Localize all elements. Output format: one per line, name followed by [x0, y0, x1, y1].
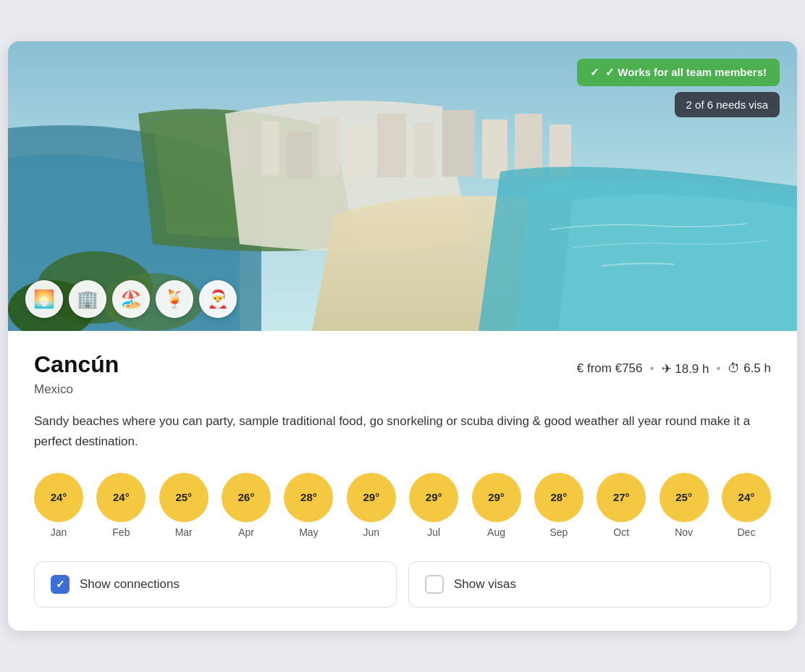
temp-bubble: 24°	[722, 473, 771, 522]
show-connections-checkbox[interactable]	[51, 575, 69, 594]
checkmark-icon: ✓	[590, 66, 599, 79]
checkboxes-row: Show connections Show visas	[34, 561, 771, 608]
temp-bubble: 24°	[96, 473, 146, 522]
month-label: May	[299, 526, 318, 538]
category-icon-beach: 🏖️	[112, 280, 150, 318]
category-icon-cocktail: 🍹	[156, 280, 193, 318]
svg-rect-6	[377, 114, 406, 177]
month-label: Nov	[675, 526, 693, 538]
destination-card: ✓ ✓ Works for all team members! 2 of 6 n…	[8, 41, 797, 630]
temp-bubble: 24°	[34, 473, 83, 522]
weather-row: 24° Jan 24° Feb 25° Mar 26° Apr 28° May …	[34, 473, 771, 538]
temp-bubble: 27°	[597, 473, 646, 522]
month-label: Feb	[112, 526, 130, 538]
separator-1: •	[650, 361, 654, 376]
weather-item: 27° Oct	[597, 473, 646, 538]
weather-item: 24° Feb	[96, 473, 146, 538]
svg-rect-1	[232, 128, 254, 172]
category-icon-sunrise: 🌅	[25, 280, 63, 318]
temp-bubble: 25°	[659, 473, 709, 522]
flight-info: ✈ 18.9 h	[662, 361, 709, 377]
price-info: € from €756	[577, 361, 643, 376]
meta-info: € from €756 • ✈ 18.9 h • ⏱ 6.5 h	[577, 361, 771, 377]
month-label: Sep	[549, 526, 568, 538]
temp-bubble: 26°	[222, 473, 271, 522]
temp-bubble: 25°	[159, 473, 208, 522]
temp-bubble: 28°	[534, 473, 583, 522]
time-info: ⏱ 6.5 h	[728, 361, 771, 376]
weather-item: 29° Jun	[347, 473, 396, 538]
month-label: Oct	[613, 526, 629, 538]
month-label: Mar	[175, 526, 193, 538]
works-badge: ✓ ✓ Works for all team members!	[577, 59, 780, 86]
city-name: Cancún	[34, 351, 119, 378]
svg-rect-2	[261, 121, 279, 175]
separator-2: •	[717, 361, 721, 376]
month-label: Apr	[238, 526, 254, 538]
hero-image: ✓ ✓ Works for all team members! 2 of 6 n…	[8, 41, 797, 331]
month-label: Jul	[427, 526, 440, 538]
weather-item: 29° Aug	[472, 473, 521, 538]
weather-item: 26° Apr	[222, 473, 271, 538]
category-icon-hotel: 🏢	[69, 280, 106, 318]
weather-item: 29° Jul	[409, 473, 458, 538]
show-visas-checkbox[interactable]	[425, 575, 444, 594]
weather-item: 25° Mar	[159, 473, 208, 538]
weather-item: 28° May	[284, 473, 333, 538]
temp-bubble: 29°	[472, 473, 521, 522]
category-icons: 🌅 🏢 🏖️ 🍹 🎅	[25, 280, 237, 318]
description-text: Sandy beaches where you can party, sampl…	[34, 411, 771, 450]
title-row: Cancún € from €756 • ✈ 18.9 h • ⏱ 6.5 h	[34, 351, 771, 378]
show-connections-card[interactable]: Show connections	[34, 561, 397, 608]
month-label: Aug	[487, 526, 505, 538]
category-icon-fun: 🎅	[199, 280, 237, 318]
weather-item: 28° Sep	[534, 473, 583, 538]
month-label: Jan	[51, 526, 67, 538]
svg-rect-4	[319, 117, 340, 175]
svg-rect-5	[347, 127, 370, 177]
svg-rect-3	[287, 132, 312, 179]
weather-item: 24° Dec	[722, 473, 771, 538]
weather-item: 25° Nov	[659, 473, 709, 538]
show-visas-label: Show visas	[454, 577, 516, 592]
works-badge-text: ✓ Works for all team members!	[605, 66, 767, 79]
temp-bubble: 29°	[347, 473, 396, 522]
temp-bubble: 28°	[284, 473, 333, 522]
temp-bubble: 29°	[409, 473, 458, 522]
card-content: Cancún € from €756 • ✈ 18.9 h • ⏱ 6.5 h …	[8, 331, 797, 630]
show-connections-label: Show connections	[80, 577, 180, 592]
visa-badge: 2 of 6 needs visa	[675, 92, 780, 117]
visa-badge-text: 2 of 6 needs visa	[686, 98, 768, 111]
month-label: Jun	[363, 526, 380, 538]
show-visas-card[interactable]: Show visas	[408, 561, 771, 608]
weather-item: 24° Jan	[34, 473, 83, 538]
svg-rect-9	[482, 119, 507, 179]
svg-rect-7	[413, 122, 435, 177]
month-label: Dec	[738, 526, 756, 538]
country-name: Mexico	[34, 382, 771, 397]
svg-rect-8	[442, 110, 475, 177]
